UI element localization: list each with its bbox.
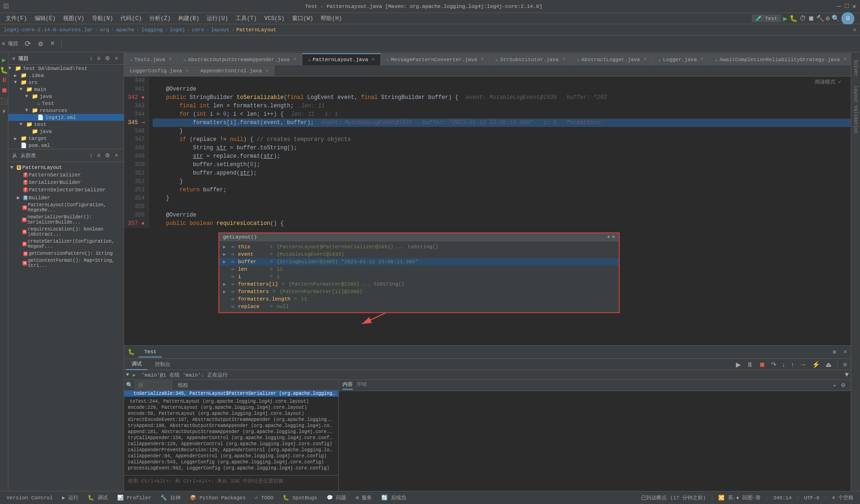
sidebar-close-btn[interactable]: × bbox=[113, 54, 120, 63]
menu-run[interactable]: 运行(U) bbox=[203, 14, 232, 23]
menu-window[interactable]: 窗口(W) bbox=[288, 14, 317, 23]
struct-item-method4[interactable]: m createSerializer(Configuration, RegexF… bbox=[8, 238, 124, 250]
frame-6[interactable]: append:181, AbstractOutputStreamAppender… bbox=[126, 429, 336, 435]
sidebar-sort-btn[interactable]: ↕ bbox=[88, 54, 94, 63]
struct-item-PatternSerializer[interactable]: f PatternSerializer bbox=[8, 171, 124, 179]
sidebar-settings-btn[interactable]: ⚙ bbox=[103, 54, 112, 63]
tree-item-resources[interactable]: ▼ 📁 resources bbox=[8, 107, 124, 114]
run-config-selector[interactable]: 🧪 Test bbox=[752, 14, 781, 22]
debug-step-into-btn[interactable]: ↓ bbox=[780, 360, 787, 369]
struct-item-method6[interactable]: m getContentFormat(): Map<String, Stri..… bbox=[8, 257, 124, 269]
tree-item-target[interactable]: ▶ 📁 target bbox=[8, 135, 124, 142]
avatar[interactable]: U bbox=[841, 12, 854, 25]
struct-item-method3[interactable]: m requiresLocation(): boolean |Abstract.… bbox=[8, 226, 124, 238]
tool-pause-debug[interactable]: ⬛ bbox=[0, 97, 8, 105]
debug-frames-btn[interactable]: ⏏ bbox=[824, 360, 833, 369]
debug-resume-btn[interactable]: ▶ bbox=[734, 360, 743, 369]
tab-abstractlogger[interactable]: ☕ AbstractLogger.java × bbox=[571, 53, 652, 65]
menu-help[interactable]: 帮助(H) bbox=[317, 14, 346, 23]
minimize-btn[interactable]: — bbox=[837, 2, 841, 10]
tree-item-test-java[interactable]: ☕ Test bbox=[8, 100, 124, 107]
tab-close-icon[interactable]: × bbox=[169, 57, 172, 62]
status-version-control[interactable]: Version Control bbox=[4, 495, 56, 501]
breadcrumb-core[interactable]: core bbox=[192, 27, 204, 33]
tab-strsubstitutor[interactable]: ☕ StrSubstitutor.java × bbox=[490, 53, 571, 65]
debug-more-btn[interactable]: ≡ bbox=[841, 360, 849, 369]
tree-item-main[interactable]: ▼ 📁 main bbox=[8, 86, 124, 93]
menu-code[interactable]: 代码(C) bbox=[117, 14, 146, 23]
tab-close-icon[interactable]: × bbox=[562, 57, 565, 62]
frame-7[interactable]: tryCallAppender:156, AppenderControl (or… bbox=[126, 435, 336, 441]
menu-analyze[interactable]: 分析(Z) bbox=[146, 14, 175, 23]
debug-pause-btn[interactable]: ⏸ bbox=[745, 360, 755, 369]
menu-navigate[interactable]: 导航(N) bbox=[88, 14, 117, 23]
menu-file[interactable]: 文件(F) bbox=[2, 14, 31, 23]
tool-run[interactable]: ▶ bbox=[0, 56, 8, 63]
sidebar-right-label2[interactable]: Layout Validation bbox=[852, 82, 859, 137]
status-stretch[interactable]: 🔧 拉伸 bbox=[158, 494, 183, 501]
menu-view[interactable]: 视图(V) bbox=[59, 14, 88, 23]
status-indent[interactable]: 4 个空格 bbox=[829, 494, 856, 501]
status-debug[interactable]: 🐛 调试 bbox=[85, 494, 111, 501]
tab-logger[interactable]: ☕ Logger.java × bbox=[653, 53, 710, 65]
debug-evaluate-btn[interactable]: ⚡ bbox=[810, 360, 822, 369]
status-todo[interactable]: ✓ TODO bbox=[252, 495, 277, 501]
var-tab-content[interactable]: 内容 bbox=[343, 381, 353, 390]
frame-4[interactable]: directEncodeEvent:197, AbstractOutputStr… bbox=[126, 417, 336, 423]
frame-8[interactable]: callAppender0:129, AppenderControl (org.… bbox=[126, 441, 336, 447]
tab-close-icon[interactable]: × bbox=[844, 57, 846, 62]
stop-btn[interactable]: ⏹ bbox=[808, 15, 814, 22]
search-everywhere-icon[interactable]: 🔍 bbox=[832, 14, 839, 22]
debug-run-btn[interactable]: 🐛 bbox=[790, 14, 797, 22]
tree-item-test-java2[interactable]: 📁 java bbox=[8, 128, 124, 135]
tree-item-test[interactable]: ▼ 📁 Test DA\Download\Test bbox=[8, 65, 124, 72]
gear-icon[interactable]: ⚙ bbox=[35, 37, 46, 50]
breadcrumb-org[interactable]: org bbox=[100, 27, 109, 33]
menu-tools[interactable]: 工具(T) bbox=[232, 14, 261, 23]
struct-item-PatternSelectorSerializer[interactable]: f PatternSelectorSerializer bbox=[8, 186, 124, 194]
settings-icon[interactable]: ⚙ bbox=[826, 14, 830, 22]
breadcrumb-layout[interactable]: layout bbox=[211, 27, 230, 33]
tab-tests[interactable]: ☕ Tests.java × bbox=[124, 53, 178, 65]
struct-item-PatternLayout[interactable]: ▼ C PatternLayout bbox=[8, 164, 124, 171]
tool-step[interactable]: ⏸ bbox=[0, 77, 8, 84]
tab-close-icon[interactable]: × bbox=[294, 57, 296, 62]
debug-step-out-btn[interactable]: ↑ bbox=[789, 360, 796, 369]
tab-close-icon[interactable]: × bbox=[186, 69, 189, 74]
toolbar-icon1[interactable]: ⚙ bbox=[853, 27, 856, 33]
struct-item-method1[interactable]: m PatternLayout(Configuration, RegexRe..… bbox=[8, 202, 124, 214]
thread-filter-icon[interactable]: ▼ bbox=[845, 371, 849, 378]
tab-close-icon[interactable]: × bbox=[481, 57, 484, 62]
tree-item-log4j2[interactable]: 📄 log4j2.xml bbox=[8, 114, 124, 121]
struct-item-method2[interactable]: m newSerializerBuilder(): SerializerBuil… bbox=[8, 214, 124, 226]
breadcrumb-class[interactable]: PatternLayout bbox=[236, 27, 276, 33]
run-btn[interactable]: ▶ bbox=[783, 14, 788, 23]
tool-stop[interactable]: ⏹ bbox=[0, 87, 8, 94]
frame-12[interactable]: processLogEvent:502, LoggerConfig (org.a… bbox=[126, 465, 336, 471]
frame-3[interactable]: encode:59, PatternLayout (org.apache.log… bbox=[126, 411, 336, 417]
status-issues[interactable]: 💬 问题 bbox=[324, 494, 350, 501]
sidebar-collapse-btn[interactable]: ≡ bbox=[95, 54, 102, 63]
frame-5[interactable]: tryAppend:190, AbstractOutputStreamAppen… bbox=[126, 423, 336, 429]
breadcrumb-log4j[interactable]: log4j bbox=[170, 27, 185, 33]
status-git[interactable]: 🔀 英·♦ 回图·替 bbox=[715, 494, 763, 501]
sync-btn[interactable]: ⟳ bbox=[22, 37, 34, 50]
status-services[interactable]: ⚙ 服务 bbox=[353, 494, 375, 501]
frame-2[interactable]: encode:229, PatternLayout (org.apache.lo… bbox=[126, 405, 336, 411]
struct-close[interactable]: × bbox=[113, 151, 120, 160]
debug-frame-current[interactable]: → toSerializable:345, PatternLayout$Patt… bbox=[124, 391, 338, 397]
frame-1[interactable]: toText:244, PatternLayout (org.apache.lo… bbox=[126, 399, 336, 405]
debug-step-over-btn[interactable]: ↷ bbox=[769, 360, 778, 369]
tab-abstract[interactable]: ☕ AbstractOutputStreamAppender.java × bbox=[178, 53, 302, 65]
tab-close-icon[interactable]: × bbox=[266, 69, 268, 74]
frame-9[interactable]: callAppenderPreventRecursion:120, Append… bbox=[126, 447, 336, 453]
tool-eval[interactable]: ⚡ bbox=[0, 107, 8, 115]
status-spotbugs[interactable]: 🐛 SpotBugs bbox=[280, 495, 320, 501]
status-run[interactable]: ▶ 运行 bbox=[59, 494, 81, 501]
tab-close-icon[interactable]: × bbox=[700, 57, 703, 62]
status-followup[interactable]: 🔄 后续负 bbox=[378, 494, 409, 501]
var-settings-btn[interactable]: ⚙ bbox=[839, 382, 847, 389]
debug-close-icon[interactable]: × bbox=[840, 348, 851, 357]
debug-subtab-console[interactable]: 控制台 bbox=[149, 359, 176, 370]
struct-item-method5[interactable]: m getConversionPattern(): String bbox=[8, 250, 124, 257]
